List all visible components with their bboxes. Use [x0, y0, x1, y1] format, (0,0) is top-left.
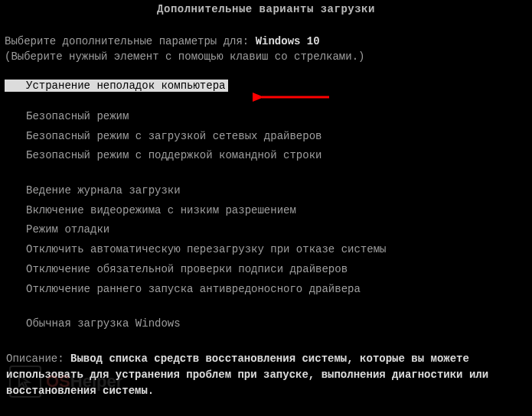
menu-item-safe-mode-cmd[interactable]: Безопасный режим с поддержкой командной …	[5, 146, 527, 166]
menu-item-boot-logging[interactable]: Ведение журнала загрузки	[5, 181, 527, 201]
menu-item-label: Включение видеорежима с низким разрешени…	[26, 204, 296, 216]
menu-item-label: Режим отладки	[26, 223, 109, 236]
boot-menu-list: Устранение неполадок компьютера Безопасн…	[5, 80, 527, 334]
title-text: Дополнительные варианты загрузки	[157, 3, 375, 15]
menu-item-label: Отключение раннего запуска антивредоносн…	[26, 283, 361, 295]
menu-item-normal-boot[interactable]: Обычная загрузка Windows	[5, 314, 527, 334]
menu-item-disable-driver-sig[interactable]: Отключение обязательной проверки подписи…	[5, 260, 527, 280]
prompt-line: Выберите дополнительные параметры для: W…	[5, 35, 527, 47]
description-label: Описание:	[6, 353, 70, 365]
menu-item-label: Отключить автоматическую перезагрузку пр…	[26, 243, 386, 255]
menu-item-label: Обычная загрузка Windows	[26, 317, 181, 330]
menu-item-safe-mode[interactable]: Безопасный режим	[5, 107, 527, 127]
menu-item-debug-mode[interactable]: Режим отладки	[5, 220, 527, 240]
boot-menu-title: Дополнительные варианты загрузки	[0, 0, 532, 18]
menu-item-label: Устранение неполадок компьютера	[14, 78, 228, 93]
hint-line: (Выберите нужный элемент с помощью клави…	[5, 50, 527, 63]
hint-text: (Выберите нужный элемент с помощью клави…	[5, 50, 364, 63]
menu-item-label: Ведение журнала загрузки	[26, 184, 181, 197]
menu-item-safe-mode-network[interactable]: Безопасный режим с загрузкой сетевых дра…	[5, 127, 527, 147]
os-name: Windows 10	[256, 35, 320, 47]
menu-item-label: Безопасный режим	[26, 110, 129, 122]
description-section: Описание: Вывод списка средств восстанов…	[5, 351, 527, 399]
menu-item-label: Отключение обязательной проверки подписи…	[26, 263, 348, 275]
menu-item-label: Безопасный режим с поддержкой командной …	[26, 149, 321, 161]
menu-item-disable-early-antimalware[interactable]: Отключение раннего запуска антивредоносн…	[5, 280, 527, 300]
menu-item-repair[interactable]: Устранение неполадок компьютера	[5, 80, 527, 92]
description-text: Вывод списка средств восстановления сист…	[6, 353, 488, 397]
boot-menu-content: Выберите дополнительные параметры для: W…	[0, 35, 532, 399]
menu-item-label: Безопасный режим с загрузкой сетевых дра…	[26, 130, 321, 142]
prompt-text: Выберите дополнительные параметры для:	[5, 35, 256, 47]
menu-item-disable-auto-restart[interactable]: Отключить автоматическую перезагрузку пр…	[5, 240, 527, 260]
menu-item-low-res-video[interactable]: Включение видеорежима с низким разрешени…	[5, 201, 527, 221]
